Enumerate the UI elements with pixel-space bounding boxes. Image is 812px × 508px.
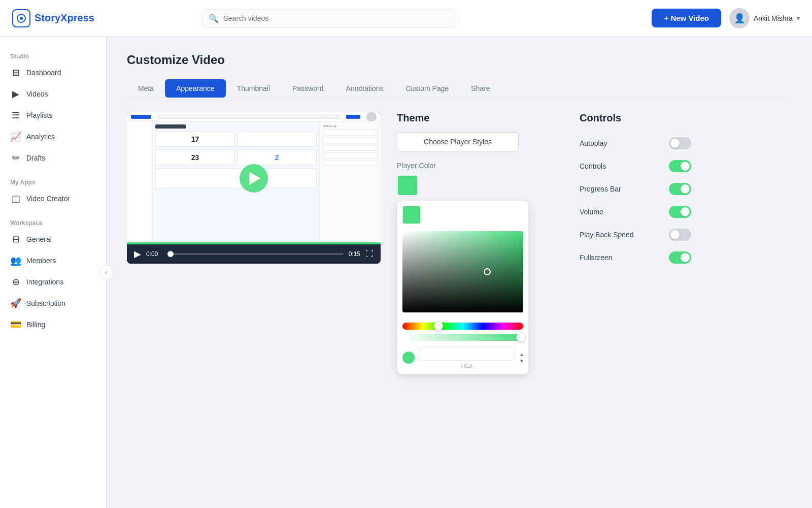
play-button[interactable]: ▶ — [134, 248, 141, 260]
hex-input[interactable]: #45D739 — [419, 346, 515, 361]
video-play-overlay[interactable] — [240, 164, 268, 193]
toggle-row-controls: Controls — [580, 155, 691, 178]
fullscreen-label: Fullscreen — [580, 253, 613, 262]
sidebar-item-analytics[interactable]: 📈 Analytics — [0, 126, 106, 147]
alpha-slider[interactable] — [402, 334, 523, 341]
tab-annotations[interactable]: Annotations — [334, 79, 394, 98]
sidebar-item-billing[interactable]: 💳 Billing — [0, 314, 106, 335]
search-icon: 🔍 — [209, 13, 219, 23]
toggle-row-progress-bar: Progress Bar — [580, 178, 691, 201]
username: Ankit Mishra — [754, 14, 793, 22]
main-content: Customize Video Meta Appearance Thumbnai… — [107, 37, 812, 508]
autoplay-toggle[interactable] — [669, 137, 691, 149]
sidebar-label-videos: Videos — [26, 90, 48, 98]
controls-toggle[interactable] — [669, 160, 691, 172]
user-profile[interactable]: 👤 Ankit Mishra ▾ — [729, 8, 800, 28]
video-controls: ▶ 0:00 0:15 ⛶ — [127, 244, 381, 264]
fullscreen-icon[interactable]: ⛶ — [365, 249, 374, 259]
choose-player-styles-button[interactable]: Choose Player Styles — [397, 132, 519, 151]
tab-password[interactable]: Password — [281, 79, 334, 98]
theme-area: Theme Choose Player Styles Player Color — [397, 112, 539, 374]
dashboard-icon: ⊞ — [10, 67, 21, 78]
tab-share[interactable]: Share — [460, 79, 501, 98]
playback-speed-toggle[interactable] — [669, 229, 691, 241]
sidebar-item-general[interactable]: ⊟ General — [0, 229, 106, 250]
toggle-row-fullscreen: Fullscreen — [580, 246, 691, 269]
sidebar-label-subscription: Subscription — [26, 299, 65, 307]
billing-icon: 💳 — [10, 319, 21, 330]
volume-toggle-slider — [669, 206, 691, 218]
logo: StoryXpress — [12, 9, 104, 27]
studio-section-label: Studio — [0, 49, 106, 62]
sidebar-label-playlists: Playlists — [26, 111, 52, 119]
sidebar-item-videos[interactable]: ▶ Videos — [0, 83, 106, 105]
theme-title: Theme — [397, 112, 539, 124]
volume-toggle[interactable] — [669, 206, 691, 218]
sidebar-label-integrations: Integrations — [26, 278, 63, 286]
color-swatch[interactable] — [397, 175, 418, 196]
controls-title: Controls — [580, 112, 691, 124]
sidebar-label-members: Members — [26, 257, 56, 265]
sidebar-item-video-creator[interactable]: ◫ Video Creator — [0, 188, 106, 209]
progress-bar-label: Progress Bar — [580, 185, 621, 193]
workspace-section-label: Workspace — [0, 215, 106, 229]
playback-speed-toggle-slider — [669, 229, 691, 241]
subscription-icon: 🚀 — [10, 298, 21, 309]
hue-thumb — [434, 322, 443, 331]
video-creator-icon: ◫ — [10, 193, 21, 204]
tab-custom-page[interactable]: Custom Page — [394, 79, 460, 98]
autoplay-label: Autoplay — [580, 139, 607, 147]
video-container: 17 23 2 Act — [127, 112, 381, 264]
sidebar-collapse-button[interactable]: ‹ — [99, 265, 113, 279]
progress-bar[interactable] — [167, 253, 344, 255]
video-preview: 17 23 2 Act — [127, 112, 381, 374]
fullscreen-toggle[interactable] — [669, 251, 691, 264]
playlists-icon: ☰ — [10, 110, 21, 121]
sidebar-label-billing: Billing — [26, 321, 45, 329]
topnav: StoryXpress 🔍 + New Video 👤 Ankit Mishra… — [0, 0, 812, 37]
tab-meta[interactable]: Meta — [127, 79, 165, 98]
sidebar-item-playlists[interactable]: ☰ Playlists — [0, 105, 106, 126]
search-bar: 🔍 — [201, 9, 455, 28]
sidebar-label-video-creator: Video Creator — [26, 195, 70, 203]
gradient-box[interactable] — [402, 231, 523, 312]
sidebar-item-subscription[interactable]: 🚀 Subscription — [0, 293, 106, 314]
autoplay-toggle-slider — [669, 137, 691, 149]
sidebar: ‹ Studio ⊞ Dashboard ▶ Videos ☰ Playlist… — [0, 37, 107, 508]
content-area: 17 23 2 Act — [127, 112, 792, 374]
app-name: StoryXpress — [35, 12, 94, 24]
tab-appearance[interactable]: Appearance — [165, 79, 226, 98]
progress-bar-toggle[interactable] — [669, 183, 691, 195]
general-icon: ⊟ — [10, 234, 21, 245]
right-panel: Theme Choose Player Styles Player Color — [397, 112, 792, 374]
analytics-icon: 📈 — [10, 131, 21, 142]
color-picker-top — [397, 201, 528, 318]
color-picker-popup: #45D739 HEX ▲ ▼ — [397, 200, 529, 374]
page-title: Customize Video — [127, 53, 792, 67]
myapps-section-label: My Apps — [0, 175, 106, 188]
color-picker-bottom: #45D739 HEX ▲ ▼ — [397, 318, 528, 374]
toggle-row-volume: Volume — [580, 201, 691, 224]
new-video-button[interactable]: + New Video — [652, 9, 721, 27]
sidebar-item-members[interactable]: 👥 Members — [0, 250, 106, 271]
alpha-thumb — [516, 333, 525, 342]
color-arrows[interactable]: ▲ ▼ — [519, 352, 524, 364]
color-circle — [402, 352, 415, 364]
tab-thumbnail[interactable]: Thumbnail — [226, 79, 281, 98]
sidebar-item-dashboard[interactable]: ⊞ Dashboard — [0, 62, 106, 83]
controls-toggle-slider — [669, 160, 691, 172]
sidebar-label-analytics: Analytics — [26, 133, 55, 141]
hue-slider[interactable] — [402, 323, 523, 330]
color-swatch-preview — [402, 206, 421, 224]
sidebar-label-drafts: Drafts — [26, 154, 45, 162]
nav-right: + New Video 👤 Ankit Mishra ▾ — [652, 8, 800, 28]
sidebar-label-general: General — [26, 235, 52, 243]
sidebar-item-drafts[interactable]: ✏ Drafts — [0, 147, 106, 169]
gradient-dot[interactable] — [484, 268, 491, 275]
chevron-down-icon: ▾ — [797, 15, 800, 22]
sidebar-item-integrations[interactable]: ⊕ Integrations — [0, 271, 106, 293]
drafts-icon: ✏ — [10, 152, 21, 164]
video-duration: 0:15 — [349, 250, 360, 258]
search-input[interactable] — [201, 9, 455, 28]
logo-icon — [12, 9, 30, 27]
